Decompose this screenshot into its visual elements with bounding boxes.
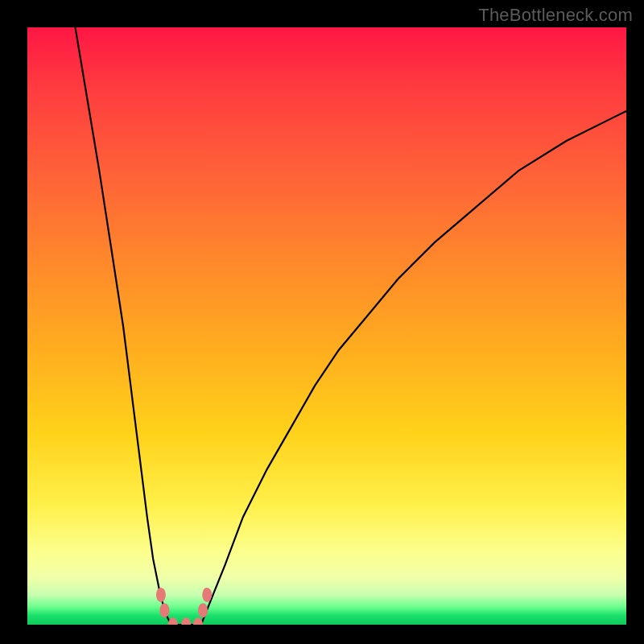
watermark-text: TheBottleneck.com: [478, 5, 633, 26]
chart-frame: TheBottleneck.com line: [0, 0, 644, 644]
plot-area: [27, 27, 626, 625]
curve-layer: [27, 27, 626, 625]
curve-left-branch: [76, 27, 171, 625]
curve-right-branch: [201, 111, 626, 625]
